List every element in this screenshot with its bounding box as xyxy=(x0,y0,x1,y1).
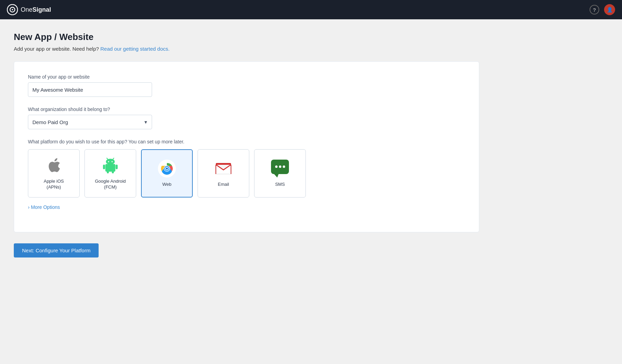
sms-icon xyxy=(271,160,289,178)
platform-label: What platform do you wish to use for thi… xyxy=(28,139,465,144)
platform-ios-label: Apple iOS(APNs) xyxy=(44,179,64,190)
org-field-group: What organization should it belong to? D… xyxy=(28,107,465,129)
svg-point-4 xyxy=(106,159,115,165)
app-name-label: Name of your app or website xyxy=(28,74,465,80)
platform-card-ios[interactable]: Apple iOS(APNs) xyxy=(28,149,80,198)
more-options-link[interactable]: › More Options xyxy=(28,204,465,210)
apple-ios-icon xyxy=(45,156,63,174)
app-name-field-group: Name of your app or website xyxy=(28,74,465,97)
page-title: New App / Website xyxy=(14,32,483,42)
platform-card-email[interactable]: Email xyxy=(198,149,249,198)
org-label: What organization should it belong to? xyxy=(28,107,465,112)
platform-card-sms[interactable]: SMS xyxy=(254,149,306,198)
platform-sms-label: SMS xyxy=(275,182,285,188)
android-icon xyxy=(101,156,119,174)
avatar[interactable]: 👤 xyxy=(604,4,615,15)
getting-started-link[interactable]: Read our getting started docs. xyxy=(100,46,170,52)
app-name-input[interactable] xyxy=(28,82,152,97)
svg-rect-3 xyxy=(106,164,116,172)
help-icon[interactable]: ? xyxy=(590,5,599,14)
svg-rect-9 xyxy=(103,165,105,170)
platform-email-label: Email xyxy=(218,182,229,188)
org-select-wrapper: Demo Paid Org Personal Org ▼ xyxy=(28,115,152,129)
main-content: New App / Website Add your app or websit… xyxy=(0,19,496,270)
header-right: ? 👤 xyxy=(590,4,615,15)
email-icon xyxy=(214,160,232,178)
header-left: OneSignal xyxy=(7,4,51,15)
platform-web-label: Web xyxy=(162,182,172,188)
platform-cards-container: Apple iOS(APNs) xyxy=(28,149,465,198)
platform-android-label: Google Android(FCM) xyxy=(95,179,126,190)
header: OneSignal ? 👤 xyxy=(0,0,622,19)
form-card: Name of your app or website What organiz… xyxy=(14,61,479,232)
svg-rect-11 xyxy=(107,171,109,173)
svg-rect-10 xyxy=(116,165,118,170)
page-subtitle: Add your app or website. Need help? Read… xyxy=(14,46,483,52)
chrome-icon xyxy=(158,160,176,178)
svg-point-6 xyxy=(111,161,112,162)
svg-line-7 xyxy=(107,158,108,160)
logo-text: OneSignal xyxy=(21,6,51,13)
svg-rect-19 xyxy=(216,163,231,165)
onesignal-logo-icon xyxy=(7,4,18,15)
svg-point-2 xyxy=(12,9,13,10)
next-button[interactable]: Next: Configure Your Platform xyxy=(14,243,99,257)
svg-point-17 xyxy=(166,168,168,170)
svg-rect-12 xyxy=(112,171,114,173)
svg-line-8 xyxy=(113,158,114,160)
platform-card-android[interactable]: Google Android(FCM) xyxy=(84,149,136,198)
org-select[interactable]: Demo Paid Org Personal Org xyxy=(28,115,152,129)
platform-field-group: What platform do you wish to use for thi… xyxy=(28,139,465,210)
platform-card-web[interactable]: Web xyxy=(141,149,193,198)
svg-point-5 xyxy=(108,161,109,162)
onesignal-logo: OneSignal xyxy=(7,4,51,15)
chevron-right-icon: › xyxy=(28,204,30,210)
